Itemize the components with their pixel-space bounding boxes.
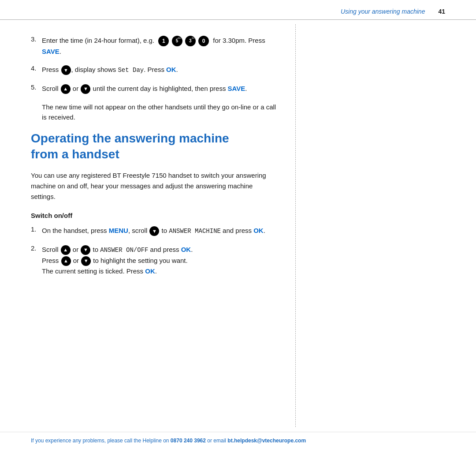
display-answer-machine: ANSWER MACHINE xyxy=(169,228,221,235)
step-bottom-1-number: 1. xyxy=(31,225,42,233)
page-number: 41 xyxy=(438,8,445,15)
display-answer-on-off: ANSWER ON/OFF xyxy=(100,247,148,254)
section-heading-line1: Operating the answering machine xyxy=(31,131,229,145)
content-area: 3. Enter the time (in 24-hour format), e… xyxy=(0,24,476,427)
key-1: 1 xyxy=(158,36,169,46)
key-3: 3de xyxy=(185,36,196,46)
step-bottom-2-content: Scroll ▲ or ▼ to ANSWER ON/OFF and press… xyxy=(42,244,278,276)
step-3-content: Enter the time (in 24-hour format), e.g.… xyxy=(42,35,278,56)
arrow-up-icon-3: ▲ xyxy=(61,256,71,266)
menu-label: MENU xyxy=(109,227,128,234)
section-heading: Operating the answering machine from a h… xyxy=(31,131,278,163)
footer-content: If you experience any problems, please c… xyxy=(31,438,306,444)
section-description: You can use any registered BT Freestyle … xyxy=(31,170,278,202)
step-4: 4. Press ▼, display shows Set Day. Press… xyxy=(31,64,278,75)
step-5: 5. Scroll ▲ or ▼ until the current day i… xyxy=(31,83,278,94)
arrow-down-icon-2: ▼ xyxy=(81,84,90,94)
header-title: Using your answering machine xyxy=(31,8,425,15)
arrow-up-icon-2: ▲ xyxy=(61,245,71,255)
page-header: Using your answering machine 41 xyxy=(0,0,476,20)
arrow-down-icon-1: ▼ xyxy=(61,65,71,75)
ok-label-1: OK xyxy=(166,66,176,73)
step-4-number: 4. xyxy=(31,64,42,72)
step-bottom-2: 2. Scroll ▲ or ▼ to ANSWER ON/OFF and pr… xyxy=(31,244,278,276)
right-column xyxy=(295,24,476,427)
page-footer: If you experience any problems, please c… xyxy=(0,432,476,449)
key-0: 0 xyxy=(198,36,209,46)
arrow-down-icon-5: ▼ xyxy=(81,256,91,266)
key-5: 5del xyxy=(172,36,182,46)
arrow-up-icon-1: ▲ xyxy=(61,84,71,94)
step-4-content: Press ▼, display shows Set Day. Press OK… xyxy=(42,64,278,75)
arrow-down-icon-3: ▼ xyxy=(149,226,159,236)
left-column: 3. Enter the time (in 24-hour format), e… xyxy=(0,24,295,427)
ok-label-4: OK xyxy=(145,267,155,275)
step-3-number: 3. xyxy=(31,35,42,43)
step-bottom-2-number: 2. xyxy=(31,244,42,252)
section-heading-line2: from a handset xyxy=(31,147,119,161)
step-bottom-1: 1. On the handset, press MENU, scroll ▼ … xyxy=(31,225,278,236)
display-set-day: Set Day xyxy=(118,67,144,74)
save-label-1: SAVE xyxy=(42,48,60,55)
subsection-heading: Switch on/off xyxy=(31,212,278,219)
ok-label-2: OK xyxy=(253,227,264,234)
step-5-number: 5. xyxy=(31,83,42,91)
step-3: 3. Enter the time (in 24-hour format), e… xyxy=(31,35,278,56)
arrow-down-icon-4: ▼ xyxy=(81,245,90,255)
step-bottom-1-content: On the handset, press MENU, scroll ▼ to … xyxy=(42,225,278,236)
step-5-content: Scroll ▲ or ▼ until the current day is h… xyxy=(42,83,278,94)
note-paragraph: The new time will not appear on the othe… xyxy=(42,102,278,123)
save-label-2: SAVE xyxy=(228,85,245,92)
ok-label-3: OK xyxy=(181,246,191,253)
